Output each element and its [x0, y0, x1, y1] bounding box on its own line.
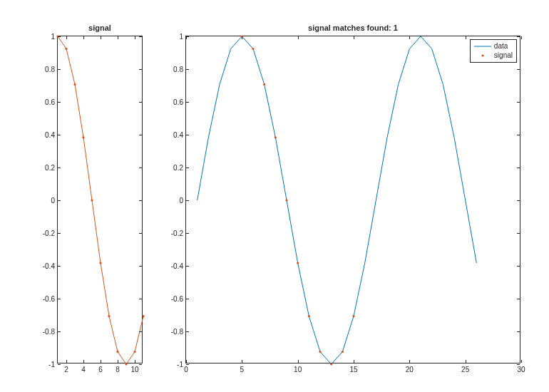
legend-label: signal — [494, 51, 513, 59]
point-signal-points — [133, 351, 135, 353]
xtick-label: 25 — [461, 363, 469, 373]
xtick-label: 5 — [240, 363, 245, 373]
ytick-mark — [58, 102, 61, 103]
ytick-mark — [139, 266, 142, 267]
ytick-mark — [139, 331, 142, 332]
xtick-mark — [101, 360, 101, 363]
ytick-label: -0.6 — [171, 295, 186, 303]
ytick-label: -1 — [48, 361, 58, 368]
ytick-label: 0.4 — [45, 131, 58, 139]
ytick-mark — [517, 36, 520, 37]
xtick-label: 4 — [81, 363, 86, 373]
plot-area — [58, 36, 143, 364]
ytick-mark — [58, 69, 61, 70]
xtick-mark — [521, 360, 522, 363]
point-signal-points — [125, 363, 127, 365]
ytick-label: 0.8 — [45, 66, 58, 73]
ytick-mark — [517, 299, 520, 299]
xtick-mark — [186, 36, 187, 39]
xtick-mark — [354, 360, 354, 363]
point-signal-points — [108, 315, 110, 317]
point-signal — [285, 199, 287, 201]
ytick-mark — [139, 233, 142, 234]
ytick-mark — [58, 331, 61, 332]
ytick-mark — [517, 266, 520, 267]
ytick-label: -0.8 — [43, 328, 58, 336]
ytick-mark — [517, 135, 520, 135]
ytick-mark — [186, 299, 189, 299]
ytick-mark — [517, 200, 520, 201]
xtick-label: 30 — [517, 363, 525, 373]
point-signal — [263, 83, 265, 86]
xtick-mark — [118, 36, 118, 39]
point-signal-points — [73, 83, 76, 86]
ytick-mark — [139, 102, 142, 103]
ytick-mark — [139, 200, 142, 201]
point-signal — [330, 363, 332, 365]
xtick-mark — [66, 360, 67, 363]
xtick-mark — [135, 36, 135, 39]
xtick-mark — [409, 36, 410, 39]
ytick-mark — [139, 36, 142, 37]
ytick-mark — [58, 200, 61, 201]
legend-entry: signal — [474, 51, 513, 60]
point-signal — [308, 315, 310, 317]
legend-label: data — [494, 42, 508, 50]
ytick-mark — [58, 36, 61, 37]
ytick-label: 0 — [51, 197, 58, 205]
xtick-label: 8 — [116, 363, 120, 373]
point-signal — [319, 351, 321, 353]
point-signal-points — [82, 136, 84, 138]
xtick-label: 2 — [64, 363, 68, 373]
ytick-label: 1 — [51, 33, 58, 41]
xtick-mark — [409, 360, 410, 363]
ytick-mark — [186, 331, 189, 332]
point-signal-points — [91, 199, 93, 201]
xtick-mark — [354, 36, 354, 39]
legend-swatch-dot — [474, 52, 491, 59]
point-signal — [252, 48, 254, 50]
point-signal — [297, 262, 299, 264]
ytick-mark — [517, 331, 520, 332]
ytick-label: 0.8 — [173, 66, 186, 73]
xtick-mark — [186, 360, 187, 363]
ytick-label: -0.8 — [171, 328, 186, 336]
ytick-label: 1 — [179, 33, 186, 41]
ytick-mark — [139, 135, 142, 135]
ytick-label: -0.2 — [171, 229, 186, 237]
ytick-label: 0.6 — [173, 98, 186, 106]
xtick-label: 0 — [184, 363, 188, 373]
figure: signal -1-0.8-0.6-0.4-0.200.20.40.60.812… — [0, 0, 549, 392]
xtick-mark — [242, 360, 242, 363]
ytick-label: 0.6 — [45, 98, 58, 106]
xtick-label: 15 — [349, 363, 357, 373]
svg-point-1 — [481, 54, 483, 56]
xtick-mark — [466, 360, 466, 363]
ytick-label: -0.2 — [43, 229, 58, 237]
ytick-mark — [186, 69, 189, 70]
ytick-mark — [517, 233, 520, 234]
ytick-label: 0.2 — [173, 164, 186, 172]
ytick-label: -0.6 — [43, 295, 58, 303]
xtick-label: 10 — [294, 363, 302, 373]
point-signal — [274, 136, 277, 138]
ytick-label: 0.2 — [45, 164, 58, 172]
point-signal-points — [99, 262, 101, 264]
ytick-label: -0.4 — [171, 262, 186, 270]
xtick-mark — [466, 36, 466, 39]
point-signal-points — [116, 351, 118, 353]
xtick-mark — [66, 36, 67, 39]
ytick-mark — [186, 233, 189, 234]
xtick-label: 10 — [130, 363, 138, 373]
ytick-mark — [186, 167, 189, 168]
xtick-mark — [101, 36, 101, 39]
ytick-mark — [58, 299, 61, 299]
ytick-mark — [186, 135, 189, 135]
xtick-mark — [298, 36, 299, 39]
axes-title: signal — [58, 24, 142, 32]
plot-area — [186, 36, 521, 364]
xtick-label: 6 — [98, 363, 103, 373]
ytick-mark — [139, 364, 142, 365]
ytick-mark — [58, 135, 61, 135]
ytick-mark — [139, 299, 142, 299]
